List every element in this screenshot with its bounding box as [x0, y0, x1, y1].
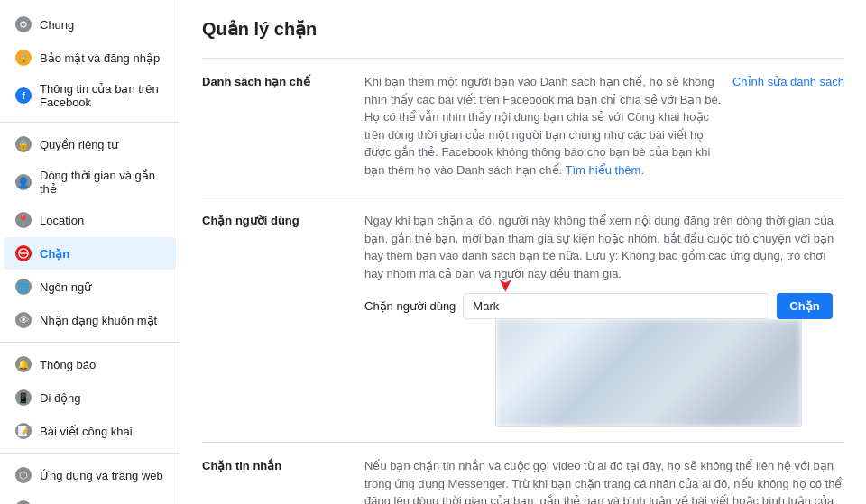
sidebar-item-dong-thoi-gian[interactable]: 👤 Dòng thời gian và gắn thẻ — [4, 161, 176, 203]
sidebar-item-ung-dung[interactable]: ⬡ Ứng dụng và trang web — [4, 459, 176, 491]
section-chan-nguoi-dung: Chặn người dùng Ngay khi bạn chặn ai đó,… — [202, 197, 844, 442]
sidebar-item-thong-bao[interactable]: 🔔 Thông báo — [4, 348, 176, 380]
chan-icon — [14, 244, 32, 262]
section-label-danh-sach: Danh sách hạn chế — [202, 73, 364, 182]
sidebar-item-ngon-ngu[interactable]: 🌐 Ngôn ngữ — [4, 270, 176, 303]
sidebar-item-label: Ngôn ngữ — [40, 280, 91, 294]
sidebar-item-quyen-rieng-tu[interactable]: 🔒 Quyền riêng tư — [4, 128, 176, 160]
ung-dung-icon: ⬡ — [14, 466, 32, 484]
sidebar-item-chung[interactable]: ⚙ Chung — [4, 8, 176, 41]
sidebar-item-label: Ứng dụng và trang web — [40, 469, 163, 482]
sidebar-item-tro-choi[interactable]: 🎮 Trò chơi tức thời — [4, 492, 176, 504]
sidebar-item-label: Quyền riêng tư — [40, 138, 118, 151]
thong-bao-icon: 🔔 — [14, 355, 32, 373]
divider-3 — [0, 453, 180, 454]
section-danh-sach-han-che: Danh sách hạn chế Khi bạn thêm một người… — [202, 58, 844, 197]
sidebar-item-label: Nhận dạng khuôn mặt — [40, 314, 157, 327]
section-content-danh-sach: Khi bạn thêm một người bạn vào Danh sách… — [364, 73, 844, 182]
thong-tin-icon: f — [14, 87, 32, 105]
sidebar-item-label: Bảo mật và đăng nhập — [40, 51, 160, 65]
danh-sach-body-text: Khi bạn thêm một người bạn vào Danh sách… — [364, 73, 722, 179]
red-arrow-icon: ➤ — [493, 278, 520, 293]
block-user-row: Chặn người dùng Chặn — [364, 293, 844, 319]
block-button[interactable]: Chặn — [777, 293, 832, 319]
block-user-input[interactable] — [463, 293, 769, 319]
sidebar-item-bao-mat[interactable]: 🔒 Bảo mật và đăng nhập — [4, 41, 176, 74]
sidebar-item-label: Dòng thời gian và gắn thẻ — [40, 169, 165, 196]
nhan-dang-icon: 👁 — [14, 311, 32, 329]
section-label-chan: Chặn người dùng — [202, 212, 364, 427]
page-title: Quản lý chặn — [202, 18, 844, 40]
tin-nhan-body-text: Nếu bạn chặn tin nhắn và cuộc gọi video … — [364, 459, 842, 504]
sidebar-item-bai-viet[interactable]: 📝 Bài viết công khai — [4, 415, 176, 447]
suggestion-dropdown — [495, 319, 802, 427]
bao-mat-icon: 🔒 — [14, 49, 32, 67]
sidebar-item-label: Bài viết công khai — [40, 425, 133, 438]
sidebar-item-label: Chung — [40, 18, 74, 32]
section-label-tin-nhan: Chặn tin nhắn — [202, 457, 364, 504]
sidebar-item-nhan-dang[interactable]: 👁 Nhận dạng khuôn mặt — [4, 304, 176, 336]
tim-hieu-them-link-1[interactable]: Tìm hiểu thêm. — [566, 163, 644, 177]
location-icon: 📍 — [14, 211, 32, 229]
di-dong-icon: 📱 — [14, 389, 32, 407]
sidebar-item-chan[interactable]: Chặn — [4, 237, 176, 270]
sidebar-item-di-dong[interactable]: 📱 Di động — [4, 381, 176, 414]
chan-body-text: Ngay khi bạn chặn ai đó, người này không… — [364, 212, 844, 282]
sidebar: ⚙ Chung 🔒 Bảo mật và đăng nhập f Thông t… — [0, 0, 180, 504]
tro-choi-icon: 🎮 — [14, 499, 32, 504]
chung-icon: ⚙ — [14, 15, 32, 33]
section-content-tin-nhan: Nếu bạn chặn tin nhắn và cuộc gọi video … — [364, 457, 844, 504]
divider-1 — [0, 122, 180, 123]
bai-viet-icon: 📝 — [14, 422, 32, 440]
ngon-ngu-icon: 🌐 — [14, 278, 32, 296]
sidebar-item-thong-tin[interactable]: f Thông tin của bạn trên Facebook — [4, 75, 176, 116]
sidebar-item-label: Thông báo — [40, 358, 96, 371]
sidebar-item-label: Di động — [40, 391, 81, 405]
sidebar-item-location[interactable]: 📍 Location — [4, 204, 176, 236]
main-content: Quản lý chặn Danh sách hạn chế Khi bạn t… — [180, 0, 866, 504]
block-user-input-label: Chặn người dùng — [364, 298, 456, 316]
suggestion-blurred-content — [496, 319, 801, 426]
sidebar-item-label: Thông tin của bạn trên Facebook — [40, 82, 165, 109]
chinh-sua-link[interactable]: Chỉnh sửa danh sách — [732, 73, 844, 91]
dong-icon: 👤 — [14, 173, 32, 191]
section-header-row: Khi bạn thêm một người bạn vào Danh sách… — [364, 73, 844, 179]
quyen-icon: 🔒 — [14, 135, 32, 153]
section-chan-tin-nhan: Chặn tin nhắn Nếu bạn chặn tin nhắn và c… — [202, 442, 844, 504]
section-content-chan: Ngay khi bạn chặn ai đó, người này không… — [364, 212, 844, 427]
divider-2 — [0, 342, 180, 343]
sidebar-item-label: Chặn — [40, 247, 69, 261]
sidebar-item-label: Location — [40, 214, 84, 227]
